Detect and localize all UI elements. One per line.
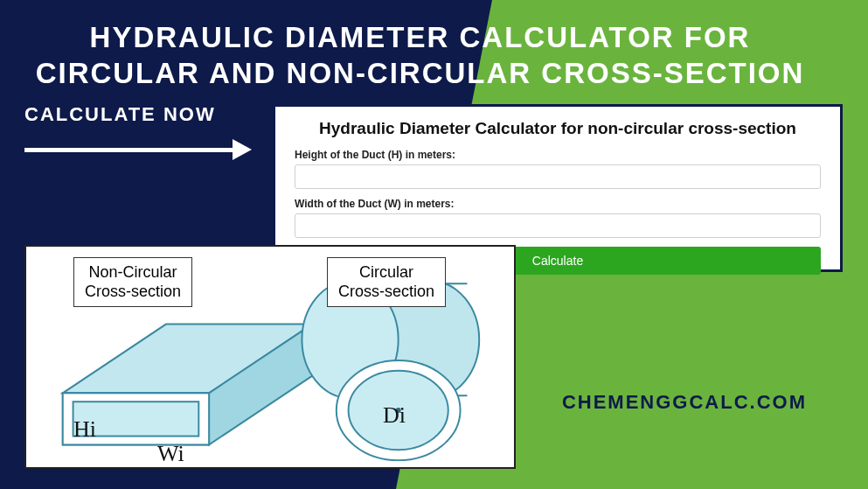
circular-label: Circular Cross-section [327, 257, 446, 307]
cta-text: CALCULATE NOW [24, 103, 216, 126]
dimension-di: Di [383, 402, 406, 429]
site-name: CHEMENGGCALC.COM [562, 391, 807, 414]
width-input[interactable] [295, 213, 821, 238]
circular-line1: Circular [359, 263, 413, 281]
non-circular-line2: Cross-section [85, 283, 181, 302]
arrow-icon [24, 136, 252, 163]
height-label: Height of the Duct (H) in meters: [295, 149, 821, 161]
diagram-card: Non-Circular Cross-section Circular Cros… [24, 245, 516, 469]
non-circular-label: Non-Circular Cross-section [73, 257, 192, 307]
page-title: HYDRAULIC DIAMETER CALCULATOR FOR CIRCUL… [24, 19, 816, 92]
calculator-heading: Hydraulic Diameter Calculator for non-ci… [295, 119, 821, 138]
height-input[interactable] [295, 164, 821, 189]
circular-line2: Cross-section [338, 283, 434, 302]
width-label: Width of the Duct (W) in meters: [295, 198, 821, 210]
dimension-hi: Hi [73, 416, 96, 443]
dimension-wi: Wi [157, 441, 184, 467]
non-circular-line1: Non-Circular [89, 263, 177, 281]
